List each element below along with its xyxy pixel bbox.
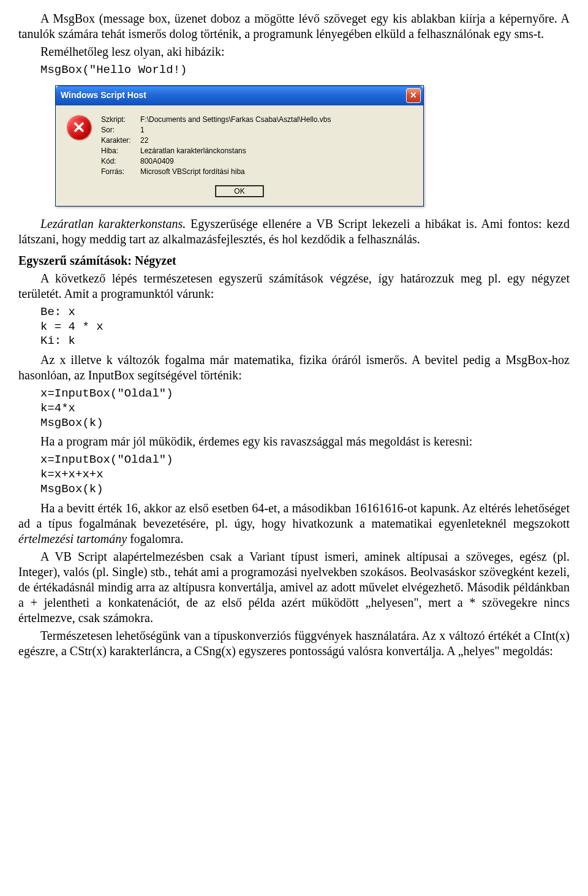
paragraph-variant: A VB Script alapértelmezésben csak a Var… (18, 549, 570, 626)
paragraph-intro: A MsgBox (message box, üzenet doboz a mö… (18, 11, 570, 42)
code-inputbox-1: x=InputBox("Oldal") k=4*x MsgBox(k) (40, 387, 570, 430)
paragraph-trick: Ha a program már jól működik, érdemes eg… (18, 434, 570, 449)
close-icon[interactable]: ✕ (406, 88, 421, 103)
paragraph-hope-error: Remélhetőleg lesz olyan, aki hibázik: (18, 44, 570, 59)
code-pseudocode: Be: x k = 4 * x Ki: k (40, 305, 570, 349)
value-char: 22 (140, 136, 412, 145)
label-code: Kód: (101, 157, 140, 166)
paragraph-caption: Lezáratlan karakterkonstans. Egyszerűség… (18, 216, 570, 247)
error-icon: ✕ (67, 115, 91, 140)
label-source: Forrás: (101, 167, 140, 177)
paragraph-next-step: A következő lépés természetesen egyszerű… (18, 271, 570, 302)
label-line: Sor: (101, 126, 140, 135)
label-error: Hiba: (101, 146, 140, 156)
label-char: Karakter: (101, 136, 140, 145)
code-inputbox-2: x=InputBox("Oldal") k=x+x+x+x MsgBox(k) (40, 453, 570, 496)
paragraph-type-intro: Ha a bevitt érték 16, akkor az első eset… (18, 501, 570, 547)
dialog-title: Windows Script Host (61, 90, 146, 101)
dialog-button-row: OK (56, 181, 423, 206)
value-line: 1 (140, 126, 412, 135)
type-intro-b: fogalomra. (127, 532, 183, 545)
ok-button[interactable]: OK (215, 185, 264, 197)
value-source: Microsoft VBScript fordítási hiba (140, 167, 412, 177)
value-code: 800A0409 (140, 157, 412, 166)
label-script: Szkript: (101, 115, 140, 124)
dialog-titlebar: Windows Script Host ✕ (56, 86, 423, 105)
paragraph-variables: Az x illetve k változók fogalma már mate… (18, 352, 570, 383)
dialog-info: Szkript:F:\Documents and Settings\Farkas… (101, 115, 412, 178)
value-script: F:\Documents and Settings\Farkas Csaba\A… (140, 115, 412, 124)
heading-simple-calc: Egyszerű számítások: Négyzet (18, 253, 570, 268)
paragraph-conversion: Természetesen lehetőségünk van a típusko… (18, 628, 570, 659)
dialog-body: ✕ Szkript:F:\Documents and Settings\Fark… (56, 105, 423, 181)
code-msgbox-wrong: MsgBox("Hello World!) (40, 63, 570, 78)
caption-italic: Lezáratlan karakterkonstans. (40, 217, 186, 230)
type-intro-a: Ha a bevitt érték 16, akkor az első eset… (18, 501, 570, 530)
error-dialog: Windows Script Host ✕ ✕ Szkript:F:\Docum… (55, 85, 424, 207)
value-error: Lezáratlan karakterlánckonstans (140, 146, 412, 156)
type-intro-em: értelmezési tartomány (18, 532, 127, 545)
